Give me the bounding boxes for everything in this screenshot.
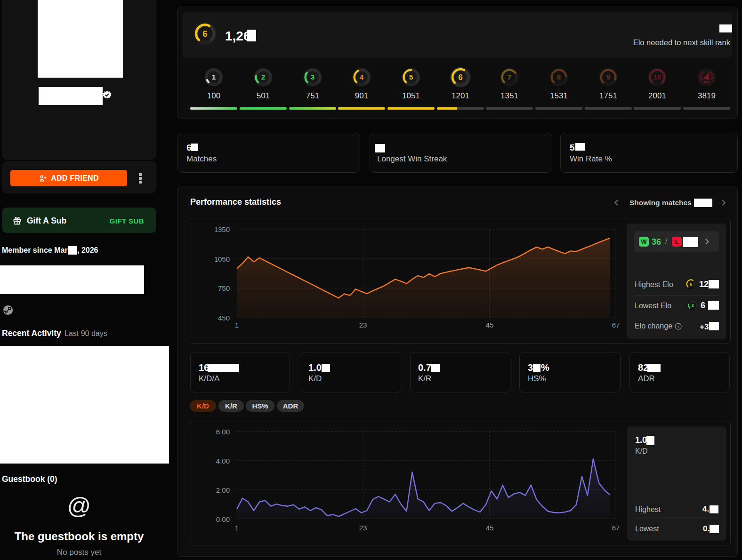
svg-text:450: 450 — [218, 314, 230, 322]
svg-text:67: 67 — [612, 524, 620, 532]
svg-text:750: 750 — [218, 284, 230, 292]
svg-text:2.00: 2.00 — [216, 486, 230, 494]
svg-text:45: 45 — [486, 524, 494, 532]
svg-text:0.00: 0.00 — [216, 515, 230, 523]
svg-text:1350: 1350 — [214, 225, 230, 233]
svg-text:1: 1 — [235, 321, 239, 329]
svg-text:4.00: 4.00 — [216, 457, 230, 465]
svg-text:67: 67 — [612, 321, 620, 329]
svg-text:6: 6 — [690, 282, 692, 287]
svg-text:45: 45 — [486, 321, 494, 329]
svg-text:1050: 1050 — [214, 255, 230, 263]
svg-text:23: 23 — [359, 321, 367, 329]
svg-text:23: 23 — [359, 524, 367, 532]
svg-text:6.00: 6.00 — [216, 428, 230, 436]
svg-text:1: 1 — [235, 524, 239, 532]
svg-text:2: 2 — [692, 303, 694, 308]
